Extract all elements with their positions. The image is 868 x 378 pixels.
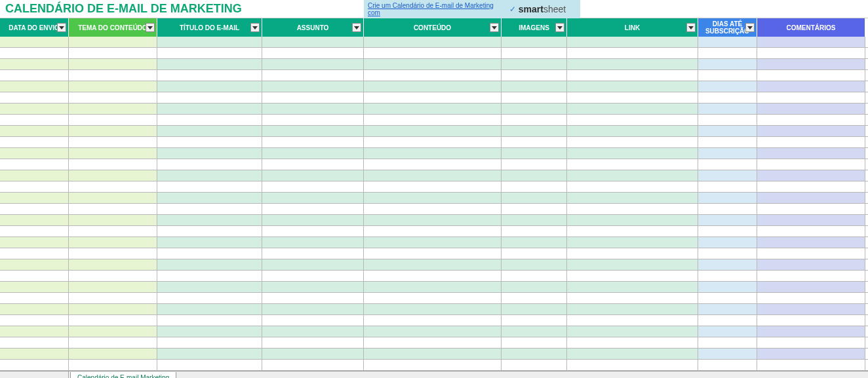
- table-cell[interactable]: [567, 360, 698, 370]
- table-cell[interactable]: [0, 37, 69, 47]
- table-cell[interactable]: [502, 104, 567, 114]
- table-cell[interactable]: [757, 237, 865, 248]
- table-cell[interactable]: [262, 104, 364, 114]
- table-cell[interactable]: [698, 349, 757, 359]
- table-cell[interactable]: [0, 159, 69, 170]
- table-cell[interactable]: [157, 48, 262, 58]
- table-cell[interactable]: [157, 137, 262, 147]
- table-cell[interactable]: [157, 70, 262, 81]
- table-cell[interactable]: [262, 360, 364, 370]
- table-cell[interactable]: [364, 215, 502, 225]
- table-cell[interactable]: [69, 170, 157, 181]
- table-cell[interactable]: [502, 349, 567, 359]
- table-cell[interactable]: [698, 360, 757, 370]
- table-cell[interactable]: [69, 37, 157, 47]
- table-cell[interactable]: [567, 70, 698, 81]
- table-cell[interactable]: [502, 360, 567, 370]
- table-cell[interactable]: [262, 259, 364, 270]
- table-cell[interactable]: [364, 271, 502, 281]
- table-cell[interactable]: [502, 148, 567, 159]
- table-cell[interactable]: [0, 282, 69, 292]
- table-cell[interactable]: [157, 92, 262, 103]
- table-cell[interactable]: [757, 248, 865, 259]
- table-cell[interactable]: [0, 170, 69, 181]
- table-cell[interactable]: [757, 337, 865, 348]
- table-cell[interactable]: [757, 104, 865, 114]
- table-cell[interactable]: [0, 137, 69, 147]
- table-cell[interactable]: [0, 126, 69, 136]
- table-cell[interactable]: [157, 237, 262, 248]
- table-cell[interactable]: [502, 204, 567, 214]
- table-cell[interactable]: [757, 59, 865, 69]
- table-cell[interactable]: [157, 271, 262, 281]
- table-cell[interactable]: [502, 59, 567, 69]
- table-cell[interactable]: [157, 170, 262, 181]
- table-cell[interactable]: [757, 259, 865, 270]
- table-cell[interactable]: [262, 92, 364, 103]
- table-cell[interactable]: [0, 337, 69, 348]
- table-cell[interactable]: [698, 326, 757, 337]
- table-cell[interactable]: [757, 170, 865, 181]
- table-cell[interactable]: [157, 360, 262, 370]
- table-cell[interactable]: [157, 337, 262, 348]
- table-cell[interactable]: [69, 92, 157, 103]
- table-cell[interactable]: [157, 126, 262, 136]
- table-cell[interactable]: [69, 193, 157, 203]
- table-cell[interactable]: [364, 59, 502, 69]
- table-cell[interactable]: [262, 226, 364, 236]
- filter-dropdown-icon[interactable]: [250, 23, 260, 32]
- table-cell[interactable]: [698, 159, 757, 170]
- table-cell[interactable]: [262, 315, 364, 326]
- table-cell[interactable]: [262, 148, 364, 159]
- table-cell[interactable]: [698, 48, 757, 58]
- table-cell[interactable]: [567, 215, 698, 225]
- table-cell[interactable]: [757, 204, 865, 214]
- table-cell[interactable]: [502, 137, 567, 147]
- table-cell[interactable]: [0, 259, 69, 270]
- table-cell[interactable]: [567, 337, 698, 348]
- table-cell[interactable]: [757, 282, 865, 292]
- table-cell[interactable]: [262, 304, 364, 314]
- table-cell[interactable]: [0, 193, 69, 203]
- table-cell[interactable]: [698, 148, 757, 159]
- table-cell[interactable]: [502, 181, 567, 192]
- table-cell[interactable]: [364, 315, 502, 326]
- table-cell[interactable]: [567, 159, 698, 170]
- table-cell[interactable]: [69, 337, 157, 348]
- table-cell[interactable]: [567, 115, 698, 125]
- table-cell[interactable]: [364, 48, 502, 58]
- table-cell[interactable]: [69, 259, 157, 270]
- table-cell[interactable]: [757, 304, 865, 314]
- table-cell[interactable]: [262, 326, 364, 337]
- table-cell[interactable]: [0, 48, 69, 58]
- table-cell[interactable]: [157, 37, 262, 47]
- table-cell[interactable]: [567, 271, 698, 281]
- table-cell[interactable]: [502, 237, 567, 248]
- table-cell[interactable]: [757, 148, 865, 159]
- table-cell[interactable]: [567, 81, 698, 92]
- table-cell[interactable]: [698, 137, 757, 147]
- table-cell[interactable]: [757, 271, 865, 281]
- table-cell[interactable]: [502, 282, 567, 292]
- table-cell[interactable]: [0, 115, 69, 125]
- table-cell[interactable]: [757, 92, 865, 103]
- table-cell[interactable]: [698, 37, 757, 47]
- table-cell[interactable]: [567, 237, 698, 248]
- table-cell[interactable]: [502, 293, 567, 303]
- table-cell[interactable]: [567, 137, 698, 147]
- table-cell[interactable]: [262, 70, 364, 81]
- table-cell[interactable]: [698, 226, 757, 236]
- table-cell[interactable]: [364, 304, 502, 314]
- table-cell[interactable]: [567, 48, 698, 58]
- filter-dropdown-icon[interactable]: [745, 23, 755, 32]
- table-cell[interactable]: [69, 137, 157, 147]
- table-cell[interactable]: [262, 59, 364, 69]
- table-cell[interactable]: [364, 204, 502, 214]
- table-cell[interactable]: [698, 293, 757, 303]
- brand-logo-cell[interactable]: ✓ smartsheet: [495, 0, 580, 18]
- table-cell[interactable]: [262, 159, 364, 170]
- table-cell[interactable]: [502, 337, 567, 348]
- table-cell[interactable]: [502, 81, 567, 92]
- table-cell[interactable]: [364, 259, 502, 270]
- table-cell[interactable]: [502, 226, 567, 236]
